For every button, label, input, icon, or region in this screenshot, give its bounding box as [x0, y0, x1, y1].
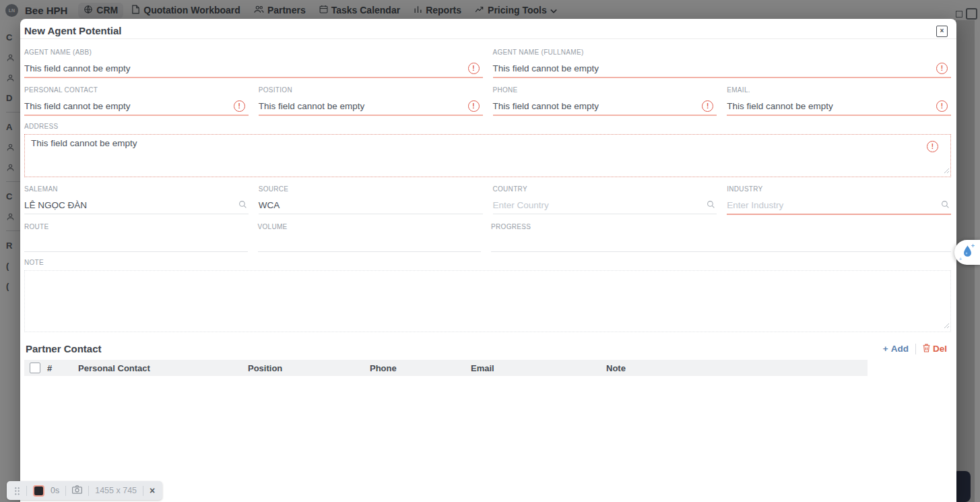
column-header-index: # — [46, 363, 71, 373]
error-icon: ! — [927, 141, 938, 152]
column-header-position: Position — [241, 363, 363, 373]
field-address: ADDRESS This field cannot be empty ! — [24, 123, 951, 177]
modal-body: AGENT NAME (ABB) This field cannot be em… — [20, 49, 956, 502]
actions-divider — [915, 344, 916, 354]
plus-sparkle-icon: + — [971, 243, 975, 249]
address-textarea[interactable]: This field cannot be empty ! — [24, 134, 951, 177]
recorder-toolbar: 0s 980 x 502 × — [7, 481, 162, 500]
field-progress: PROGRESS — [491, 223, 951, 252]
source-input[interactable]: WCA — [259, 197, 483, 214]
partner-contact-title: Partner Contact — [24, 343, 102, 354]
new-agent-potential-modal: New Agent Potential × AGENT NAME (ABB) T… — [20, 19, 956, 502]
email-input[interactable]: This field cannot be empty ! — [727, 98, 951, 116]
column-header-personal-contact: Personal Contact — [71, 363, 241, 373]
capture-resolution: 980 x 502 — [95, 486, 137, 495]
delete-row-button[interactable]: Del — [923, 344, 947, 354]
field-email: EMAIL. This field cannot be empty ! — [727, 86, 951, 116]
error-icon: ! — [468, 63, 480, 74]
camera-icon[interactable] — [72, 484, 82, 497]
select-all-cell — [24, 363, 46, 373]
error-icon: ! — [936, 100, 948, 112]
record-duration: 0s — [51, 486, 59, 495]
drag-handle-icon[interactable] — [14, 487, 20, 495]
table-body-empty — [24, 376, 951, 502]
error-icon: ! — [234, 100, 245, 112]
partner-contact-table: # Personal Contact Position Phone Email … — [24, 360, 951, 502]
error-icon: ! — [702, 100, 713, 112]
country-input[interactable]: Enter Country — [493, 197, 717, 214]
field-agent-name-abb: AGENT NAME (ABB) This field cannot be em… — [24, 49, 483, 78]
modal-title: New Agent Potential — [24, 21, 121, 36]
column-header-note: Note — [599, 363, 868, 373]
field-industry: INDUSTRY Enter Industry — [727, 185, 951, 215]
column-header-phone: Phone — [363, 363, 464, 373]
close-icon[interactable]: × — [936, 26, 948, 37]
route-input[interactable] — [24, 234, 248, 252]
search-icon[interactable] — [238, 200, 247, 211]
field-route: ROUTE — [24, 223, 248, 252]
error-icon: ! — [936, 63, 948, 74]
phone-input[interactable]: This field cannot be empty ! — [493, 98, 717, 116]
field-country: COUNTRY Enter Country — [493, 185, 717, 215]
agent-name-abb-input[interactable]: This field cannot be empty ! — [24, 60, 483, 78]
field-saleman: SALEMAN LÊ NGỌC ĐÀN — [24, 185, 249, 215]
extension-pill-button[interactable]: + + — [954, 240, 980, 265]
add-row-button[interactable]: + Add — [883, 344, 909, 354]
modal-header: New Agent Potential × — [20, 19, 956, 39]
column-header-email: Email — [464, 363, 599, 373]
table-header-row: # Personal Contact Position Phone Email … — [24, 360, 868, 376]
field-source: SOURCE WCA — [259, 185, 483, 215]
progress-input[interactable] — [491, 234, 951, 252]
industry-input[interactable]: Enter Industry — [727, 197, 951, 215]
field-phone: PHONE This field cannot be empty ! — [493, 86, 717, 116]
field-volume: VOLUME — [258, 223, 482, 252]
saleman-input[interactable]: LÊ NGỌC ĐÀN — [24, 197, 249, 214]
trash-icon — [923, 344, 930, 354]
error-icon: ! — [468, 100, 480, 112]
agent-name-fullname-input[interactable]: This field cannot be empty ! — [493, 60, 952, 78]
partner-contact-header: Partner Contact + Add Del — [24, 343, 951, 354]
personal-contact-input[interactable]: This field cannot be empty ! — [24, 98, 249, 116]
search-icon[interactable] — [941, 200, 950, 211]
stop-record-button[interactable] — [33, 485, 44, 497]
plus-sparkle-icon: + — [959, 257, 962, 261]
volume-input[interactable] — [258, 234, 482, 252]
resize-grip-icon[interactable] — [944, 321, 950, 331]
plus-icon: + — [883, 344, 888, 354]
position-input[interactable]: This field cannot be empty ! — [259, 98, 483, 116]
field-personal-contact: PERSONAL CONTACT This field cannot be em… — [24, 86, 249, 116]
field-agent-name-fullname: AGENT NAME (FULLNAME) This field cannot … — [493, 49, 952, 78]
close-recorder-icon[interactable]: × — [150, 486, 155, 495]
field-position: POSITION This field cannot be empty ! — [259, 86, 483, 116]
note-textarea[interactable] — [24, 270, 951, 332]
partner-contact-actions: + Add Del — [883, 344, 947, 354]
search-icon[interactable] — [707, 200, 715, 211]
field-note: NOTE — [24, 259, 951, 332]
select-all-checkbox[interactable] — [30, 363, 40, 373]
resize-grip-icon[interactable] — [944, 166, 950, 176]
